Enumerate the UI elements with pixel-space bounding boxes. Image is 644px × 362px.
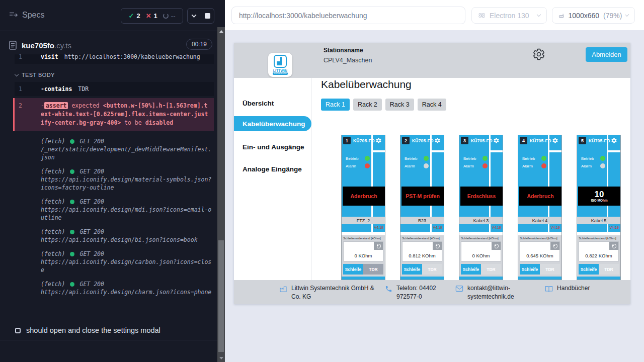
divider [0,340,217,340]
betrieb-row: Betrieb [463,156,488,161]
viewport-select[interactable]: 1000x660 (79%) [552,7,635,24]
fail-cross-icon: ✕ [146,12,151,20]
refresh-button[interactable] [433,242,442,250]
tdr-button-disabled[interactable]: TDR [481,264,501,275]
measure-buttons: Schleife TDR [343,264,383,275]
refresh-button[interactable] [374,242,383,250]
divider [430,224,432,232]
spec-duration-badge: 00:19 [186,39,212,50]
tab-rack-3[interactable]: Rack 3 [385,99,414,111]
viewport-size: 1000x660 [569,12,600,20]
fetch-log-entry[interactable]: (fetch)GET 200 https://api.iconify.desig… [41,280,214,296]
pending-test-row[interactable]: should open and close the settings modal [15,326,160,334]
firmware-version: V4.19 [433,226,442,229]
app-footer: Littwin Systemtechnik GmbH & Co. KG Tele… [234,280,630,304]
betrieb-led-green [482,156,488,161]
schleife-button[interactable]: Schleife [402,264,422,275]
schleife-button[interactable]: Schleife [520,264,540,275]
device-card-3: 3 KÜ705-FO Betrieb Alarm Erdschluss Kabe… [459,135,503,280]
fetch-url: /_next/static/development/_devMiddleware… [41,145,214,161]
measure-buttons: Schleife TDR [461,264,501,275]
resistance-value-box: 0.812 KOhm [402,241,442,261]
reporter-scrollbar[interactable] [217,0,225,362]
sidebar-item-kabelueberwachung[interactable]: Kabelüberwachung [234,116,311,131]
refresh-button[interactable] [550,242,559,250]
slot-number-badge: 1 [343,137,351,144]
assert-failed-row[interactable]: 2 -assert expected <button.w-[50%].h-[1.… [13,98,214,131]
card-settings-gear-icon[interactable] [493,137,500,144]
scrollbar-thumb[interactable] [218,240,224,352]
divider [518,232,561,235]
fetch-log-entry[interactable]: (fetch)GET 200 https://api.iconify.desig… [41,228,214,244]
card-settings-gear-icon[interactable] [611,137,617,144]
card-settings-gear-icon[interactable] [375,137,382,144]
test-body-section[interactable]: TEST BODY [15,72,214,78]
betrieb-row: Betrieb [522,156,546,161]
fetch-log-entry[interactable]: (fetch)GET 200 https://api.iconify.desig… [41,250,214,274]
command-name: visit [41,54,58,60]
card-settings-gear-icon[interactable] [434,137,441,144]
visit-command-row[interactable]: 1 visithttp://localhost:3000/kabelueberw… [15,54,214,64]
status-ok-dot-icon [70,169,74,174]
fetch-log-entry[interactable]: (fetch)GET 200 /_next/static/development… [41,137,214,161]
tab-rack-2[interactable]: Rack 2 [353,99,382,111]
sidebar-item-analoge-eingaenge[interactable]: Analoge Eingänge [243,165,302,173]
station-info: Stationsname CPLV4_Maschen [324,45,372,65]
phone-icon [385,285,392,293]
divider [342,232,385,235]
specs-toggle[interactable]: Specs [9,11,44,20]
cable-name: Kabel 5 [577,217,620,224]
tab-rack-4[interactable]: Rack 4 [418,99,446,111]
browser-select[interactable]: Electron 130 [471,7,547,24]
app-sidebar: Übersicht Kabelüberwachung Ein- und Ausg… [234,78,311,304]
sidebar-item-uebersicht[interactable]: Übersicht [243,100,274,107]
measure-buttons: Schleife TDR [579,264,619,275]
device-card-5: 5 KÜ705-FO Betrieb Alarm 10ISO MOhm Kabe… [577,135,621,280]
sidebar-item-ein-und-ausgaenge[interactable]: Ein- und Ausgänge [243,143,304,151]
status-display: PST-M prüfen [401,187,444,206]
scroll-up-arrow-icon[interactable] [219,30,223,33]
viewport-zoom: (79%) [603,12,622,20]
spec-file-icon [9,41,17,50]
refresh-button[interactable] [609,242,618,250]
resistance-value: 0.645 KOhm [520,253,559,258]
runner-toolbar: http://localhost:3000/kabelueberwachung … [225,0,644,30]
url-input[interactable]: http://localhost:3000/kabelueberwachung [231,7,465,24]
cable-name: Kabel 3 [459,217,503,224]
resistance-value-box: 0.822 KOhm [579,241,619,261]
scroll-down-arrow-icon[interactable] [219,357,223,359]
tab-rack-1[interactable]: Rack 1 [321,99,350,111]
stop-button[interactable] [201,9,214,23]
footer-email[interactable]: kontakt@littwin-systemtechnik.de [455,284,531,301]
collapse-button[interactable] [188,9,201,23]
device-card-2: 2 KÜ705-FO Betrieb Alarm PST-M prüfen B2… [400,135,444,280]
schleife-button[interactable]: Schleife [461,264,481,275]
command-log: 1 visithttp://localhost:3000/kabelueberw… [0,54,217,322]
resistance-value-box: 0.645 KOhm [520,241,560,261]
tdr-button-disabled[interactable]: TDR [422,264,442,275]
scrollbar-track[interactable] [217,27,225,362]
tdr-button-disabled[interactable]: TDR [599,264,619,275]
footer-manuals[interactable]: Handbücher [545,284,590,293]
contains-command-row[interactable]: 1 -containsTDR [15,82,214,96]
refresh-button[interactable] [492,242,501,250]
schleife-button[interactable]: Schleife [579,264,599,275]
settings-gear-icon[interactable] [532,48,545,61]
alarm-row: Alarm [405,163,429,168]
divider [491,150,503,152]
spec-file-row[interactable]: kue705fo.cy.ts 00:19 [0,37,217,53]
card-settings-gear-icon[interactable] [552,137,558,144]
command-number: 1 [19,54,26,61]
schleife-button[interactable]: Schleife [343,264,363,275]
divider [549,150,561,152]
firmware-version: V4.19 [492,226,501,229]
fetch-log-entry[interactable]: (fetch)GET 200 https://api.iconify.desig… [41,167,214,192]
logout-button[interactable]: Abmelden [586,47,627,62]
resistance-label: Schleifenwiderstand [kOhm] [520,237,557,240]
tdr-button[interactable]: TDR [363,264,383,275]
station-name: CPLV4_Maschen [324,55,372,65]
tdr-button-disabled[interactable]: TDR [540,264,560,275]
fetch-log-entry[interactable]: (fetch)GET 200 https://api.iconify.desig… [41,198,214,222]
logo-text: LITTWIN [273,69,287,72]
ruler-icon [558,12,565,20]
